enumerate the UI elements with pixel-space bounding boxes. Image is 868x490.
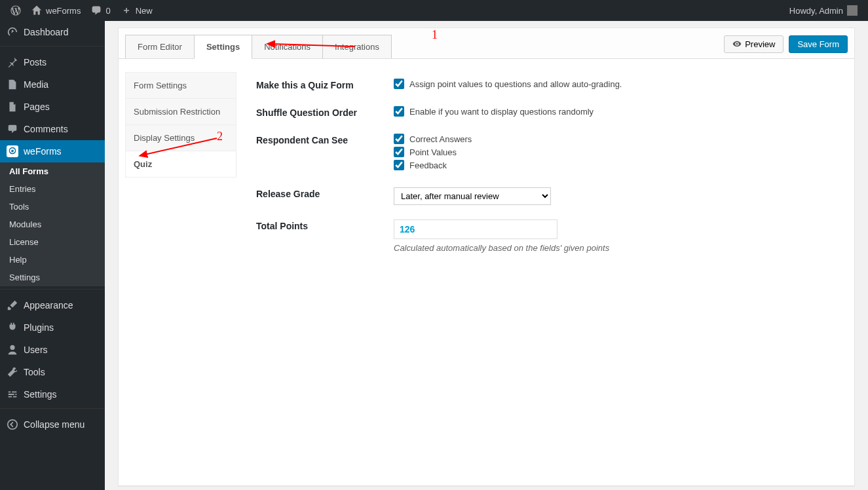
tab-bar: Form Editor Settings Notifications Integ… <box>119 28 854 59</box>
collapse-label: Collapse menu <box>24 419 85 430</box>
collapse-icon <box>7 419 18 430</box>
weforms-icon: ⦿ <box>7 145 18 157</box>
users-icon <box>7 344 18 356</box>
submenu-entries[interactable]: Entries <box>0 180 105 198</box>
menu-comments[interactable]: Comments <box>0 118 105 140</box>
wp-logo[interactable] <box>5 0 26 21</box>
menu-users-label: Users <box>24 345 48 355</box>
respondent-feedback-row[interactable]: Feedback <box>394 160 841 170</box>
pages-icon <box>7 101 18 113</box>
comments-icon <box>7 123 18 135</box>
menu-posts[interactable]: Posts <box>0 51 105 73</box>
sliders-icon <box>7 388 18 400</box>
quiz-form-checkbox-row[interactable]: Assign point values to questions and all… <box>394 79 841 89</box>
comment-icon <box>91 5 102 16</box>
menu-plugins[interactable]: Plugins <box>0 316 105 339</box>
comments-link[interactable]: 0 <box>86 0 115 21</box>
release-grade-select[interactable]: Later, after manual review <box>394 187 551 205</box>
menu-tools[interactable]: Tools <box>0 361 105 383</box>
tab-settings[interactable]: Settings <box>194 35 252 58</box>
quiz-form-checkbox[interactable] <box>394 79 404 89</box>
account-link[interactable]: Howdy, Admin <box>784 0 863 21</box>
shuffle-checkbox-row[interactable]: Enable if you want to display questions … <box>394 106 841 117</box>
wrench-icon <box>7 366 18 378</box>
total-points-input[interactable] <box>394 219 557 239</box>
respondent-points-label: Point Values <box>409 147 457 157</box>
wordpress-icon <box>10 5 21 16</box>
admin-bar: weForms 0 New Howdy, Admin <box>0 0 868 21</box>
comments-count: 0 <box>105 6 110 16</box>
brush-icon <box>7 299 18 311</box>
respondent-label: Respondent Can See <box>256 134 394 173</box>
new-label: New <box>136 6 153 16</box>
total-points-hint: Calculated automatically based on the fi… <box>394 243 841 253</box>
total-points-label: Total Points <box>256 219 394 253</box>
quiz-form-check-label: Assign point values to questions and all… <box>409 79 622 89</box>
submenu-all-forms[interactable]: All Forms <box>0 162 105 180</box>
menu-weforms-label: weForms <box>24 146 62 157</box>
home-icon <box>31 5 42 16</box>
subnav-quiz[interactable]: Quiz <box>125 151 236 178</box>
quiz-settings-form: Make this a Quiz Form Assign point value… <box>236 59 854 280</box>
admin-menu: Dashboard Posts Media Pages Comments ⦿ w… <box>0 21 105 490</box>
respondent-points-checkbox[interactable] <box>394 147 404 157</box>
preview-label: Preview <box>745 39 775 49</box>
menu-dashboard[interactable]: Dashboard <box>0 21 105 43</box>
tab-notifications[interactable]: Notifications <box>252 35 323 58</box>
site-name: weForms <box>46 6 81 16</box>
menu-plugins-label: Plugins <box>24 322 54 333</box>
release-grade-label: Release Grade <box>256 187 394 205</box>
subnav-display-settings[interactable]: Display Settings <box>125 125 236 151</box>
respondent-feedback-checkbox[interactable] <box>394 160 404 170</box>
menu-comments-label: Comments <box>24 124 68 134</box>
menu-media[interactable]: Media <box>0 73 105 96</box>
collapse-menu[interactable]: Collapse menu <box>0 413 105 436</box>
menu-tools-label: Tools <box>24 367 45 377</box>
shuffle-label: Shuffle Question Order <box>256 106 394 119</box>
submenu-tools[interactable]: Tools <box>0 198 105 216</box>
site-name-link[interactable]: weForms <box>26 0 86 21</box>
submenu-license[interactable]: License <box>0 233 105 251</box>
menu-appearance-label: Appearance <box>24 300 73 311</box>
subnav-submission-restriction[interactable]: Submission Restriction <box>125 99 236 125</box>
save-form-button[interactable]: Save Form <box>789 35 848 53</box>
tab-form-editor[interactable]: Form Editor <box>125 35 195 58</box>
subnav-form-settings[interactable]: Form Settings <box>125 72 236 99</box>
menu-appearance[interactable]: Appearance <box>0 294 105 316</box>
howdy-text: Howdy, Admin <box>789 6 843 16</box>
menu-pages[interactable]: Pages <box>0 96 105 118</box>
plus-icon <box>121 5 132 16</box>
dashboard-icon <box>7 26 18 38</box>
quiz-form-label: Make this a Quiz Form <box>256 79 394 92</box>
eye-icon <box>732 39 742 48</box>
shuffle-check-label: Enable if you want to display questions … <box>409 107 594 117</box>
respondent-feedback-label: Feedback <box>409 160 447 170</box>
svg-point-0 <box>8 420 17 429</box>
new-content-link[interactable]: New <box>116 0 158 21</box>
submenu-settings[interactable]: Settings <box>0 269 105 286</box>
plugin-icon <box>7 322 18 333</box>
shuffle-checkbox[interactable] <box>394 106 404 117</box>
menu-pages-label: Pages <box>24 102 50 112</box>
settings-subnav: Form Settings Submission Restriction Dis… <box>125 72 236 178</box>
submenu-help[interactable]: Help <box>0 251 105 269</box>
menu-settings[interactable]: Settings <box>0 383 105 405</box>
media-icon <box>7 79 18 90</box>
menu-settings-label: Settings <box>24 389 57 400</box>
menu-weforms[interactable]: ⦿ weForms <box>0 140 105 162</box>
respondent-correct-label: Correct Answers <box>409 134 472 144</box>
menu-users[interactable]: Users <box>0 339 105 361</box>
respondent-correct-row[interactable]: Correct Answers <box>394 134 841 144</box>
annotation-number-1: 1 <box>432 28 438 42</box>
respondent-correct-checkbox[interactable] <box>394 134 404 144</box>
preview-button[interactable]: Preview <box>724 35 783 53</box>
submenu-weforms: All Forms Entries Tools Modules License … <box>0 162 105 286</box>
respondent-points-row[interactable]: Point Values <box>394 147 841 157</box>
menu-dashboard-label: Dashboard <box>24 27 69 37</box>
avatar <box>847 5 858 16</box>
submenu-modules[interactable]: Modules <box>0 216 105 233</box>
pin-icon <box>7 56 18 68</box>
menu-media-label: Media <box>24 79 48 90</box>
tab-integrations[interactable]: Integrations <box>322 35 392 58</box>
form-editor-panel: Form Editor Settings Notifications Integ… <box>118 28 855 486</box>
